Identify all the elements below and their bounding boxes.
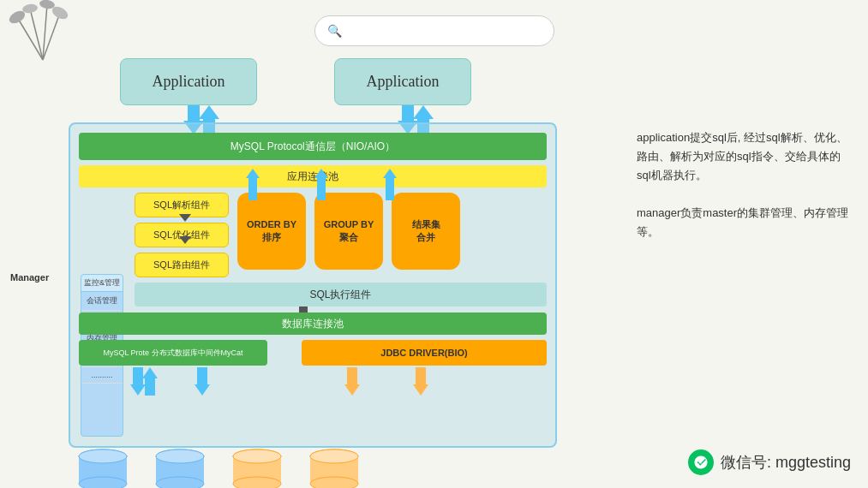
db-arrow-orange1 [344,367,360,396]
manager-item-dots: .......... [81,367,123,384]
protocol-layer: MySQL Protocol通信层（NIO/AIO） [79,133,547,160]
result-box: 结果集 合并 [392,193,460,270]
proc-arrow-up3 [383,169,397,200]
wechat-icon [688,449,714,475]
db-oracle: Oracle [231,448,283,488]
search-bar[interactable]: 🔍 Mycat原理 [314,15,554,46]
db-cylinder-oracle [231,448,283,488]
db-arrow-blue3 [195,367,210,396]
app-pool: 应用连接池 [79,165,547,187]
proc-arrow-up1 [246,169,260,200]
bottom-protocol-box: MySQL Prote 分布式数据库中间件MyCat [79,340,267,366]
svg-point-19 [233,449,281,463]
process-boxes-group: ORDER BY 排序 GROUP BY 聚合 结果集 合并 [237,193,460,270]
db-cylinder-mysql2 [154,448,206,488]
svg-point-18 [233,477,281,488]
database-icons-row: MySQL MySQL Oracle [77,448,360,488]
app-box-left: Application [120,58,257,105]
bottom-jdbc-box: JDBC DRIVER(BIO) [302,340,547,366]
manager-ext-label: Manager [10,272,49,283]
db-mysql1: MySQL [77,448,129,488]
right-description: application提交sql后, 经过sql解析、优化、路由、解析为对应的s… [637,128,851,242]
db-arrow-orange2 [413,367,428,396]
db-cylinder-mysql1 [77,448,129,488]
groupby-box: GROUP BY 聚合 [314,193,383,270]
svg-point-11 [79,449,127,463]
sql-route-box: SQL路由组件 [135,253,229,277]
orderby-box: ORDER BY 排序 [237,193,306,270]
svg-point-22 [310,477,358,488]
mycat-main-box: MySQL Protocol通信层（NIO/AIO） 应用连接池 监控&管理 会… [69,122,557,448]
proc-arrow-up2 [314,169,328,200]
sql-arrow2 [179,232,191,247]
svg-point-15 [156,449,204,463]
svg-point-14 [156,477,204,488]
db-cylinder-hive [308,448,360,488]
db-pool: 数据库连接池 [79,312,547,335]
diagram-container: Application Application MySQL Protocol通信… [9,58,591,478]
sql-arrow1 [179,210,191,225]
search-input[interactable]: Mycat原理 [349,24,542,38]
db-mysql2: MySQL [154,448,206,488]
svg-point-23 [310,449,358,463]
svg-line-1 [30,9,43,60]
manager-item-sessions: 会话管理 [81,292,123,311]
manager-title: 监控&管理 [81,275,123,292]
wechat-footer: 微信号: mggtesting [688,449,851,475]
app-box-right: Application [334,58,471,105]
sql-exec-box: SQL执行组件 [135,283,547,306]
svg-line-0 [17,17,43,60]
db-hive: Hive [308,448,360,488]
db-arrow-blue2 [142,367,158,396]
svg-point-10 [79,477,127,488]
search-icon: 🔍 [327,24,342,38]
